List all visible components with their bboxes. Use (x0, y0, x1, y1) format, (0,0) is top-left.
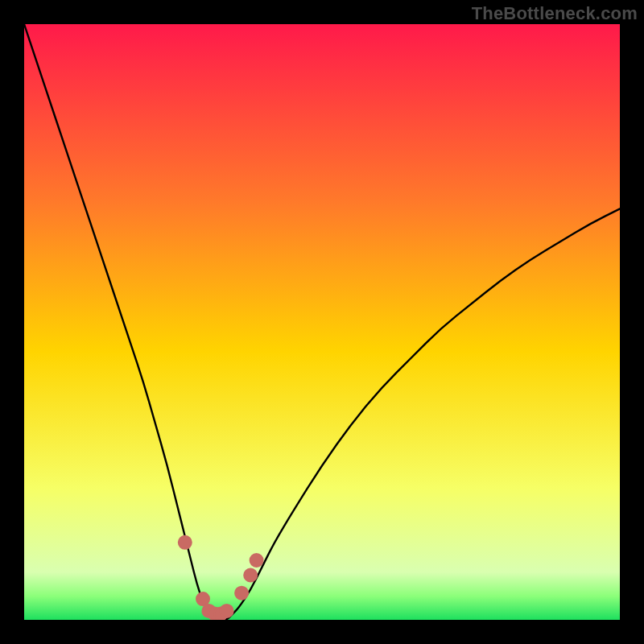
marker-dot (196, 592, 209, 605)
marker-dot (235, 587, 248, 600)
chart-svg (24, 24, 620, 620)
marker-dot (244, 569, 257, 582)
marker-dot (179, 536, 192, 549)
watermark-text: TheBottleneck.com (472, 3, 638, 24)
marker-dot (221, 605, 233, 617)
chart-plot-area (24, 24, 620, 620)
gradient-background (24, 24, 620, 620)
outer-frame: TheBottleneck.com (0, 0, 644, 644)
marker-dot (250, 554, 263, 567)
